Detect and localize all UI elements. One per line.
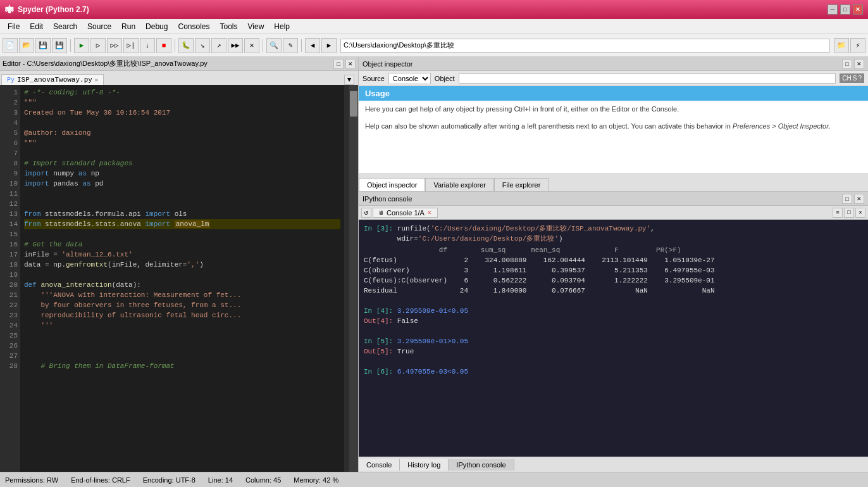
- window-controls[interactable]: ─ □ ✕: [828, 4, 863, 15]
- console-table-header: df sum_sq mean_sq F PR(>F): [364, 245, 863, 255]
- close-button[interactable]: ✕: [853, 4, 863, 15]
- code-line-14: from statsmodels.stats.anova import anov…: [24, 219, 340, 229]
- continue-button[interactable]: ▶▶: [228, 38, 243, 53]
- back-button[interactable]: ◀: [305, 38, 320, 53]
- debug-button[interactable]: 🐛: [178, 38, 194, 53]
- code-line-25: [24, 331, 340, 341]
- editor-maximize-btn[interactable]: □: [333, 59, 344, 69]
- console-line-2: wdir='C:/Users/daxiong/Desktop/多重比较'): [364, 234, 863, 244]
- oi-close-btn[interactable]: ✕: [854, 59, 864, 69]
- code-line-26: [24, 341, 340, 351]
- step-into-button[interactable]: ↘: [195, 38, 210, 53]
- exit-debug-button[interactable]: ✕: [244, 38, 259, 53]
- menu-search[interactable]: Search: [48, 21, 82, 32]
- open-file-button[interactable]: 📂: [19, 38, 34, 53]
- tab-variable-explorer[interactable]: Variable explorer: [425, 178, 493, 191]
- bottom-tab-history[interactable]: History log: [400, 459, 449, 471]
- code-line-27: [24, 351, 340, 361]
- maximize-button[interactable]: □: [840, 4, 850, 15]
- code-line-23: reproducibility of ultrasonic fetal head…: [24, 310, 340, 320]
- console-row-fetus-observer: C(fetus):C(observer) 6 0.562222 0.093704…: [364, 275, 863, 286]
- editor-tab-anova[interactable]: Py ISP_anovaTwoway.py ✕: [1, 74, 104, 85]
- source-bar: Source Console Editor Object CH S ?: [359, 71, 868, 86]
- menu-debug[interactable]: Debug: [140, 21, 173, 32]
- menu-run[interactable]: Run: [116, 21, 140, 32]
- encoding-label: Encoding: UTF-8: [143, 476, 195, 484]
- editor-scroll-btn[interactable]: ▼: [344, 75, 354, 85]
- sep1: [70, 39, 71, 52]
- find-button[interactable]: 🔍: [266, 38, 282, 53]
- tab-file-explorer[interactable]: File explorer: [494, 178, 549, 191]
- code-line-5: @author: daxiong: [24, 128, 340, 138]
- editor-tab-bar: Py ISP_anovaTwoway.py ✕ ▼: [0, 71, 358, 85]
- bottom-tab-ipython[interactable]: IPython console: [449, 459, 514, 471]
- console-blank-2: [364, 326, 863, 336]
- step-button[interactable]: ↓: [140, 38, 155, 53]
- toolbar: 📄 📂 💾 💾 ▶ ▷ ▷▷ ▷| ↓ ■ 🐛 ↘ ↗ ▶▶ ✕ 🔍 ✎ ◀ ▶…: [0, 34, 868, 57]
- code-line-21: '''ANOVA with interaction: Measurement o…: [24, 290, 340, 300]
- code-line-6: """: [24, 138, 340, 148]
- line-numbers: 12345 678910 1112131415 1617181920 21222…: [0, 85, 20, 472]
- code-line-3: Created on Tue May 30 10:16:54 2017: [24, 108, 340, 118]
- code-line-17: inFile = 'altman_12_6.txt': [24, 250, 340, 260]
- object-inspector-title: Object inspector □ ✕: [359, 57, 868, 71]
- sep3: [263, 39, 263, 52]
- usage-text1: Here you can get help of any object by p…: [359, 101, 868, 118]
- forward-button[interactable]: ▶: [321, 38, 337, 53]
- editor-close-btn[interactable]: ✕: [345, 59, 356, 69]
- sep2: [175, 39, 175, 52]
- inspector-tabs-row: Object inspector Variable explorer File …: [359, 174, 868, 192]
- console-float-btn[interactable]: □: [844, 208, 854, 218]
- menu-tools[interactable]: Tools: [215, 21, 243, 32]
- line-label: Line: 14: [208, 476, 233, 484]
- console-blank-3: [364, 357, 863, 367]
- menu-consoles[interactable]: Consoles: [173, 21, 214, 32]
- step-return-button[interactable]: ↗: [211, 38, 226, 53]
- console-tab-bar: ↺ 🖥 Console 1/A ✕ ≡ □ ✕: [359, 206, 868, 220]
- save-all-button[interactable]: 💾: [52, 38, 67, 53]
- run-button[interactable]: ▶: [74, 38, 89, 53]
- console-panel-close-btn[interactable]: ✕: [855, 208, 865, 218]
- code-line-19: [24, 270, 340, 280]
- run-cell-advance-button[interactable]: ▷▷: [107, 38, 122, 53]
- console-options-btn[interactable]: ≡: [833, 208, 843, 218]
- console-restart-btn[interactable]: ↺: [361, 208, 371, 218]
- menu-file[interactable]: File: [3, 21, 25, 32]
- minimap: [344, 85, 349, 472]
- code-content[interactable]: # -*- coding: utf-8 -*- """ Created on T…: [20, 85, 344, 472]
- new-file-button[interactable]: 📄: [3, 38, 18, 53]
- minimize-button[interactable]: ─: [828, 4, 838, 15]
- menu-view[interactable]: View: [243, 21, 270, 32]
- code-line-22: by four observers in three fetuses, from…: [24, 300, 340, 310]
- menu-bar: File Edit Search Source Run Debug Consol…: [0, 19, 868, 34]
- save-button[interactable]: 💾: [35, 38, 51, 53]
- console-tab-close[interactable]: ✕: [427, 210, 432, 216]
- close-tab-icon[interactable]: ✕: [95, 77, 98, 84]
- editor-panel: Editor - C:\Users\daxiong\Desktop\多重比较\I…: [0, 57, 359, 472]
- oi-icon1: CH: [842, 75, 851, 82]
- console-tab-1[interactable]: 🖥 Console 1/A ✕: [373, 208, 438, 218]
- menu-source[interactable]: Source: [82, 21, 116, 32]
- console-output[interactable]: In [3]: runfile('C:/Users/daxiong/Deskto…: [359, 220, 868, 457]
- menu-help[interactable]: Help: [269, 21, 295, 32]
- console-panel: IPython console □ ✕ ↺ 🖥 Console 1/A ✕ ≡ …: [359, 192, 868, 472]
- menu-edit[interactable]: Edit: [25, 21, 48, 32]
- bottom-tab-console[interactable]: Console: [359, 459, 400, 471]
- code-line-11: [24, 189, 340, 199]
- object-input[interactable]: [459, 73, 836, 84]
- console-line-in4: In [4]: 3.295509e-01<0.05: [364, 306, 863, 316]
- browse-button[interactable]: 📁: [834, 38, 849, 53]
- run-selection-button[interactable]: ▷|: [123, 38, 139, 53]
- replace-button[interactable]: ✎: [283, 38, 298, 53]
- tab-object-inspector[interactable]: Object inspector: [359, 178, 425, 191]
- console-close-btn[interactable]: ✕: [854, 194, 864, 204]
- code-line-20: def anova_interaction(data):: [24, 280, 340, 290]
- code-line-9: import numpy as np: [24, 168, 340, 179]
- run-cell-button[interactable]: ▷: [90, 38, 106, 53]
- path-action-button[interactable]: ⚡: [850, 38, 865, 53]
- oi-maximize-btn[interactable]: □: [842, 59, 852, 69]
- console-maximize-btn[interactable]: □: [842, 194, 852, 204]
- source-select[interactable]: Console Editor: [388, 73, 431, 84]
- stop-button[interactable]: ■: [156, 38, 171, 53]
- editor-scrollbar[interactable]: [349, 85, 358, 472]
